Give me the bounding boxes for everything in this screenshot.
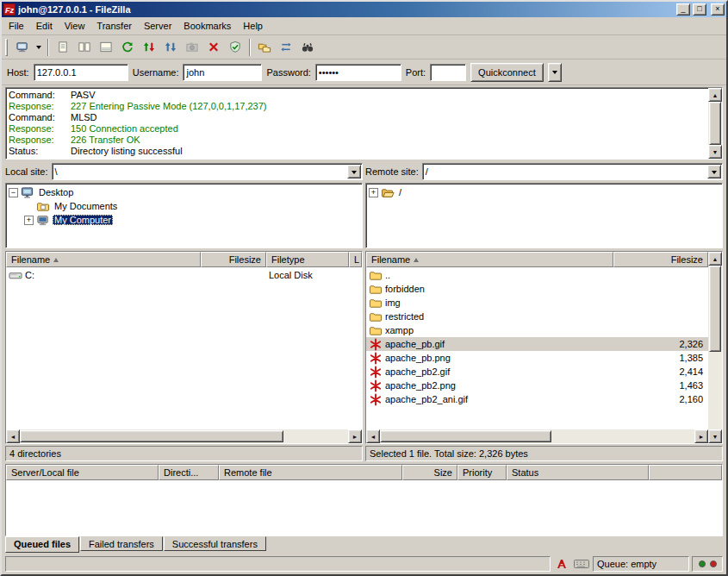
column-header-direction[interactable]: Directi...	[159, 465, 219, 480]
port-input[interactable]	[430, 64, 466, 81]
remote-file-row[interactable]: img	[366, 296, 708, 310]
scroll-up-icon[interactable]	[708, 252, 722, 266]
quickconnect-dropdown-button[interactable]	[548, 63, 562, 82]
password-input[interactable]	[315, 64, 401, 81]
remote-file-row[interactable]: restricted	[366, 310, 708, 323]
scroll-right-icon[interactable]	[348, 429, 362, 443]
column-header-filename[interactable]: Filename	[366, 252, 613, 267]
column-header-status[interactable]: Status	[507, 465, 649, 480]
column-header-filename[interactable]: Filename	[6, 252, 201, 267]
menu-bookmarks[interactable]: Bookmarks	[177, 18, 237, 34]
scroll-right-icon[interactable]	[694, 429, 708, 443]
cancel-button[interactable]	[203, 37, 224, 58]
scroll-thumb[interactable]	[20, 430, 283, 442]
remote-file-row[interactable]: apache_pb2_ani.gif2,160	[366, 392, 708, 406]
process-queue-button[interactable]	[139, 37, 159, 58]
verify-button[interactable]	[225, 37, 246, 58]
menu-view[interactable]: View	[59, 18, 91, 34]
tree-node-root[interactable]: /	[367, 185, 721, 199]
menu-edit[interactable]: Edit	[30, 18, 59, 34]
tab-queued-files[interactable]: Queued files	[5, 536, 79, 553]
cancel-x-icon	[207, 41, 221, 53]
remote-vertical-scrollbar[interactable]	[708, 252, 722, 443]
directory-comparison-button[interactable]	[254, 37, 275, 58]
site-manager-button[interactable]	[12, 37, 33, 58]
scroll-thumb[interactable]	[709, 102, 721, 145]
toggle-message-log-button[interactable]	[53, 37, 73, 58]
column-header-server-local-file[interactable]: Server/Local file	[6, 465, 159, 480]
scroll-left-icon[interactable]	[6, 429, 20, 443]
maximize-button[interactable]: □	[693, 3, 706, 16]
sync-browsing-button[interactable]	[276, 37, 296, 58]
remote-file-row[interactable]: ..	[366, 268, 708, 282]
folder-icon	[369, 283, 383, 296]
local-horizontal-scrollbar[interactable]	[6, 429, 362, 443]
log-line: Response:227 Entering Passive Mode (127,…	[9, 101, 706, 112]
log-line-text: Directory listing successful	[71, 146, 183, 157]
quickconnect-button[interactable]: Quickconnect	[470, 63, 544, 82]
collapse-icon[interactable]	[9, 188, 18, 197]
remote-site-combobox[interactable]: /	[422, 163, 723, 180]
scroll-down-icon[interactable]	[708, 429, 722, 443]
tab-failed-transfers[interactable]: Failed transfers	[80, 536, 163, 551]
column-header-priority[interactable]: Priority	[457, 465, 507, 480]
sync-arrows-icon	[279, 41, 293, 53]
column-header-size[interactable]: Size	[402, 465, 457, 480]
toggle-tree-views-button[interactable]	[74, 37, 95, 58]
snapshot-button[interactable]	[182, 37, 202, 58]
combo-dropdown-button[interactable]	[707, 165, 721, 178]
expand-icon[interactable]	[369, 188, 378, 197]
find-files-button[interactable]	[297, 37, 318, 58]
column-header-lastmodified[interactable]: L	[349, 252, 362, 267]
file-name: apache_pb.png	[385, 353, 451, 363]
column-header-filetype[interactable]: Filetype	[266, 252, 349, 267]
menu-server[interactable]: Server	[138, 18, 177, 34]
remote-file-row[interactable]: xampp	[366, 323, 708, 337]
menu-transfer[interactable]: Transfer	[90, 18, 138, 34]
remote-horizontal-scrollbar[interactable]	[366, 429, 708, 443]
combo-dropdown-button[interactable]	[347, 165, 361, 178]
menu-file[interactable]: File	[3, 18, 30, 34]
log-scrollbar[interactable]	[708, 88, 722, 159]
tab-successful-transfers[interactable]: Successful transfers	[164, 536, 266, 551]
stop-queue-button[interactable]	[160, 37, 181, 58]
remote-file-row[interactable]: apache_pb2.png1,463	[366, 379, 708, 392]
expand-icon[interactable]	[24, 216, 34, 225]
local-site-combobox[interactable]: \	[52, 163, 363, 180]
file-name: apache_pb2_ani.gif	[385, 394, 468, 404]
host-input[interactable]	[34, 64, 128, 81]
toolbar-grip[interactable]	[5, 39, 8, 56]
remote-file-row[interactable]: forbidden	[366, 282, 708, 296]
remote-file-row[interactable]: apache_pb.gif2,326	[366, 337, 708, 351]
transfer-type-icon[interactable]	[553, 556, 570, 572]
remote-list-header: Filename Filesize	[366, 252, 708, 267]
log-line-text: PASV	[71, 90, 96, 101]
tree-node-desktop[interactable]: Desktop	[7, 185, 361, 199]
local-file-row[interactable]: C: Local Disk	[6, 268, 362, 282]
scroll-thumb[interactable]	[709, 266, 721, 352]
column-header-remote-file[interactable]: Remote file	[219, 465, 402, 480]
menu-help[interactable]: Help	[237, 18, 269, 34]
toolbar	[2, 35, 726, 59]
menubar: File Edit View Transfer Server Bookmarks…	[2, 17, 726, 35]
refresh-button[interactable]	[117, 37, 138, 58]
column-header-filesize[interactable]: Filesize	[613, 252, 708, 267]
host-label: Host:	[7, 67, 29, 78]
column-header-filesize[interactable]: Filesize	[201, 252, 266, 267]
username-input[interactable]	[183, 64, 262, 81]
close-button[interactable]: ×	[711, 3, 725, 16]
toggle-transfer-queue-button[interactable]	[96, 37, 116, 58]
column-label: L	[354, 254, 359, 265]
sort-ascending-icon	[53, 258, 59, 262]
scroll-thumb[interactable]	[380, 430, 551, 442]
remote-file-row[interactable]: apache_pb.png1,385	[366, 351, 708, 365]
site-manager-dropdown-button[interactable]	[34, 37, 44, 58]
tree-node-my-documents[interactable]: My Documents	[7, 199, 361, 213]
scroll-up-icon[interactable]	[708, 88, 722, 102]
tree-node-my-computer[interactable]: My Computer	[7, 213, 361, 227]
scroll-down-icon[interactable]	[708, 145, 722, 159]
keyboard-icon[interactable]	[573, 556, 590, 572]
minimize-button[interactable]: _	[676, 3, 690, 16]
scroll-left-icon[interactable]	[366, 429, 380, 443]
remote-file-row[interactable]: apache_pb2.gif2,414	[366, 365, 708, 379]
